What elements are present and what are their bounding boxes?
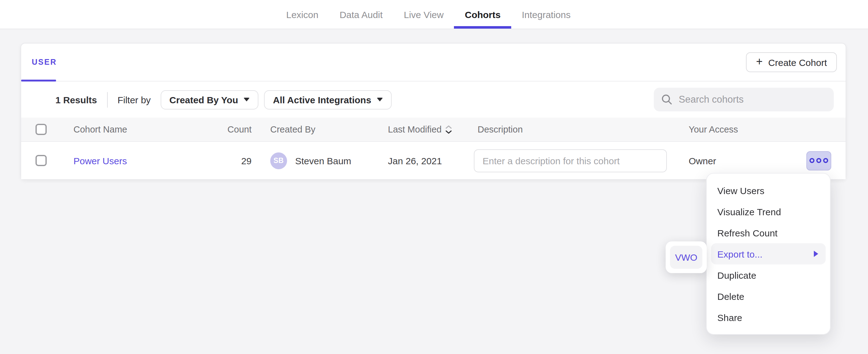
menu-item-export-to-label: Export to... — [717, 249, 763, 259]
tab-user[interactable]: USER — [32, 58, 57, 67]
nav-tab-group: Lexicon Data Audit Live View Cohorts Int… — [276, 0, 581, 29]
header-cohort-name[interactable]: Cohort Name — [73, 124, 173, 134]
menu-item-duplicate[interactable]: Duplicate — [707, 264, 830, 286]
toolbar-divider — [107, 92, 107, 107]
created-by-filter-dropdown[interactable]: Created By You — [161, 90, 259, 109]
panel-tabbar: USER + Create Cohort — [21, 43, 845, 82]
ellipsis-icon — [816, 158, 821, 163]
created-by-filter-label: Created By You — [169, 94, 238, 105]
chevron-down-icon — [377, 98, 383, 101]
row-checkbox[interactable] — [35, 155, 47, 166]
nav-tab-live-view[interactable]: Live View — [393, 0, 454, 29]
nav-tab-data-audit[interactable]: Data Audit — [329, 0, 393, 29]
app-root: Lexicon Data Audit Live View Cohorts Int… — [0, 0, 868, 354]
menu-item-visualize-trend[interactable]: Visualize Trend — [707, 201, 830, 222]
toolbar: 1 Results Filter by Created By You All A… — [21, 82, 845, 118]
ellipsis-icon — [809, 158, 814, 163]
created-by-cell: SB Steven Baum — [270, 152, 388, 169]
create-cohort-button[interactable]: + Create Cohort — [746, 52, 837, 72]
create-cohort-label: Create Cohort — [768, 57, 827, 67]
last-modified-date: Jan 26, 2021 — [388, 155, 474, 166]
submenu-item-vwo[interactable]: VWO — [670, 246, 702, 269]
sort-icon[interactable] — [445, 125, 453, 134]
created-by-name: Steven Baum — [295, 155, 351, 166]
nav-tab-lexicon[interactable]: Lexicon — [276, 0, 329, 29]
header-last-modified-label: Last Modified — [388, 124, 442, 134]
results-count: 1 Results — [55, 94, 97, 105]
description-input[interactable] — [474, 149, 667, 172]
top-navigation: Lexicon Data Audit Live View Cohorts Int… — [0, 0, 868, 29]
header-your-access: Your Access — [689, 124, 793, 134]
table-header-row: Cohort Name Count Created By Last Modifi… — [21, 118, 845, 142]
search-icon — [661, 94, 673, 105]
filter-by-label: Filter by — [117, 94, 151, 105]
cohorts-panel: USER + Create Cohort 1 Results Filter by… — [21, 43, 846, 180]
menu-item-delete[interactable]: Delete — [707, 286, 830, 307]
menu-item-refresh-count[interactable]: Refresh Count — [707, 222, 830, 243]
export-submenu: VWO — [665, 242, 707, 273]
search-input[interactable] — [679, 94, 826, 105]
nav-tab-integrations[interactable]: Integrations — [511, 0, 581, 29]
header-last-modified[interactable]: Last Modified — [388, 124, 474, 134]
chevron-down-icon — [244, 98, 250, 101]
menu-item-view-users[interactable]: View Users — [707, 180, 830, 201]
access-value: Owner — [689, 155, 793, 166]
row-context-menu: View Users Visualize Trend Refresh Count… — [706, 173, 831, 335]
header-count[interactable]: Count — [173, 124, 270, 134]
header-description: Description — [474, 124, 689, 134]
tab-user-underline — [21, 79, 56, 82]
cohort-name-link[interactable]: Power Users — [73, 155, 127, 166]
menu-item-export-to[interactable]: Export to... — [711, 243, 826, 264]
cohort-count: 29 — [173, 155, 270, 166]
header-created-by[interactable]: Created By — [270, 124, 388, 134]
menu-item-share[interactable]: Share — [707, 307, 830, 328]
select-all-checkbox[interactable] — [35, 124, 47, 135]
plus-icon: + — [756, 56, 763, 67]
avatar: SB — [270, 152, 287, 169]
submenu-arrow-icon — [814, 251, 818, 257]
nav-tab-cohorts[interactable]: Cohorts — [454, 0, 511, 29]
ellipsis-icon — [823, 158, 828, 163]
integrations-filter-label: All Active Integrations — [273, 94, 371, 105]
integrations-filter-dropdown[interactable]: All Active Integrations — [264, 90, 392, 109]
row-actions-button[interactable] — [806, 151, 831, 170]
search-cohorts-box — [654, 88, 834, 111]
